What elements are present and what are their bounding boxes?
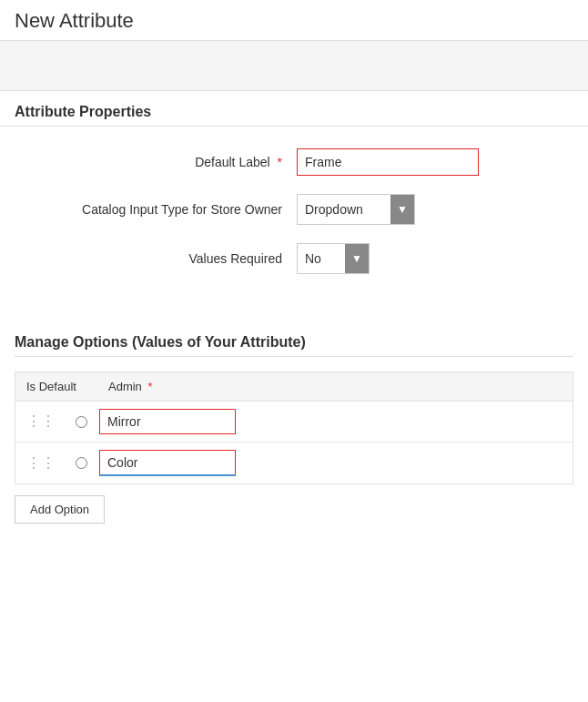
admin-required-star: * xyxy=(147,380,152,393)
section-divider-2 xyxy=(15,356,573,357)
catalog-input-type-select-wrapper[interactable]: Dropdown Text Field Text Area Date Yes/N… xyxy=(297,194,415,225)
values-required-label: Values Required xyxy=(15,251,297,266)
default-label-input[interactable] xyxy=(297,148,479,176)
manage-options-header: Manage Options (Values of Your Attribute… xyxy=(15,321,573,356)
values-required-arrow-icon: ▼ xyxy=(345,244,369,273)
catalog-input-type-label: Catalog Input Type for Store Owner xyxy=(15,202,297,217)
catalog-input-type-arrow-icon: ▼ xyxy=(390,195,414,224)
catalog-input-type-select[interactable]: Dropdown Text Field Text Area Date Yes/N… xyxy=(298,197,390,222)
drag-handle-icon-1[interactable]: ⋮⋮ xyxy=(26,414,56,429)
col-is-default-header: Is Default xyxy=(26,380,108,393)
default-label-label: Default Label * xyxy=(15,155,297,169)
options-table: Is Default Admin * ⋮⋮ ⋮⋮ xyxy=(15,371,573,484)
col-admin-header: Admin * xyxy=(108,380,153,393)
option-row-color: ⋮⋮ xyxy=(15,443,573,483)
catalog-input-type-row: Catalog Input Type for Store Owner Dropd… xyxy=(15,194,573,225)
option-input-mirror[interactable] xyxy=(99,409,236,434)
add-option-button[interactable]: Add Option xyxy=(15,495,105,524)
values-required-row: Values Required No Yes ▼ xyxy=(15,243,573,274)
default-label-row: Default Label * xyxy=(15,148,573,176)
default-label-required-star: * xyxy=(278,155,282,169)
radio-col-2 xyxy=(63,457,99,469)
manage-options-section: Manage Options (Values of Your Attribute… xyxy=(0,314,588,538)
attribute-properties-form: Default Label * Catalog Input Type for S… xyxy=(0,141,588,314)
attribute-properties-header: Attribute Properties xyxy=(0,91,588,126)
values-required-select[interactable]: No Yes xyxy=(298,246,345,271)
option-input-color[interactable] xyxy=(99,450,236,476)
values-required-select-wrapper[interactable]: No Yes ▼ xyxy=(297,243,370,274)
section-divider-1 xyxy=(0,126,588,127)
drag-handle-icon-2[interactable]: ⋮⋮ xyxy=(26,456,56,471)
option-row-mirror: ⋮⋮ xyxy=(15,402,573,443)
option-radio-1[interactable] xyxy=(76,416,87,428)
top-bar xyxy=(0,41,588,91)
options-table-header: Is Default Admin * xyxy=(15,372,573,402)
page-title: New Attribute xyxy=(0,0,588,41)
radio-col-1 xyxy=(63,416,99,428)
option-radio-2[interactable] xyxy=(76,457,87,469)
